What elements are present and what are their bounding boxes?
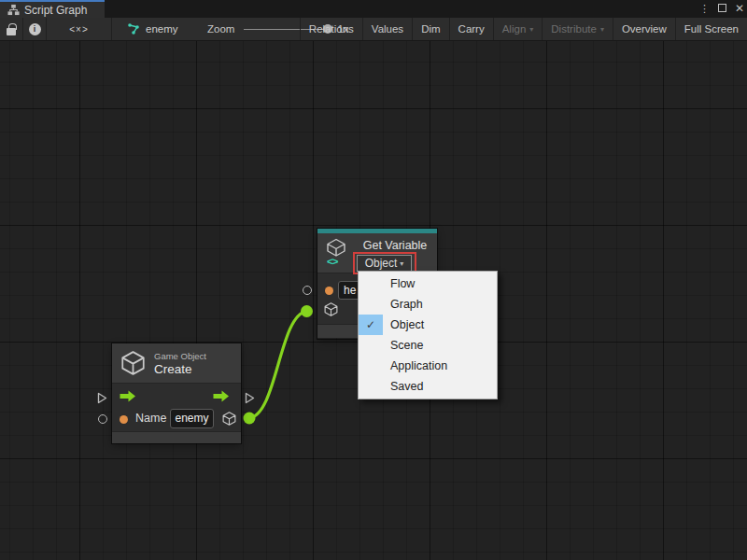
gameobject-cube-icon xyxy=(119,349,148,377)
chevron-down-icon: ▾ xyxy=(529,25,533,34)
graph-breadcrumb[interactable]: enemy xyxy=(127,18,178,40)
chevron-down-icon: ▾ xyxy=(600,25,604,34)
node-title: Get Variable xyxy=(357,239,433,252)
name-port-label: Name xyxy=(135,412,166,425)
maximize-icon[interactable] xyxy=(718,0,726,18)
code-brackets-icon: <> xyxy=(327,256,337,267)
check-icon: ✓ xyxy=(359,315,383,335)
align-button[interactable]: Align ▾ xyxy=(493,18,543,40)
node-header: Game Object Create xyxy=(112,343,241,383)
chevron-down-icon: ▾ xyxy=(400,259,403,268)
menu-item-object[interactable]: ✓ Object xyxy=(359,315,497,335)
script-graph-window: Script Graph ⋮ ✕ i <×> xyxy=(0,0,747,560)
menu-item-flow[interactable]: Flow xyxy=(359,273,497,294)
node-footer xyxy=(112,431,241,443)
flow-output-arrow-icon[interactable] xyxy=(212,390,231,402)
lock-button[interactable] xyxy=(0,18,23,40)
variable-kind-menu: Flow Graph ✓ Object Scene Application Sa… xyxy=(358,271,498,399)
create-flow-output-port[interactable] xyxy=(245,392,255,404)
create-flow-input-port[interactable] xyxy=(97,392,107,404)
window-menu-icon[interactable]: ⋮ xyxy=(699,0,710,18)
window-controls: ⋮ ✕ xyxy=(699,0,744,18)
graph-icon xyxy=(127,22,140,35)
node-header: <> Get Variable Object ▾ xyxy=(317,233,437,273)
distribute-button[interactable]: Distribute ▾ xyxy=(542,18,613,40)
dim-button[interactable]: Dim xyxy=(412,18,448,40)
lock-icon xyxy=(7,28,16,35)
create-gameobject-node[interactable]: Game Object Create Name enemy xyxy=(112,343,241,443)
name-input-field[interactable]: enemy xyxy=(170,409,214,428)
menu-item-saved[interactable]: Saved xyxy=(359,376,497,397)
value-port-orange[interactable] xyxy=(120,415,128,424)
code-icon: <×> xyxy=(69,24,89,35)
graph-toolbar: i <×> enemy Zoom 1x Relations Values xyxy=(0,18,747,41)
menu-item-application[interactable]: Application xyxy=(359,356,497,376)
relations-button[interactable]: Relations xyxy=(300,18,362,40)
overview-button[interactable]: Overview xyxy=(613,18,675,40)
tab-strip: Script Graph ⋮ ✕ xyxy=(0,0,747,18)
zoom-label: Zoom xyxy=(207,23,234,35)
gameobject-output-icon[interactable] xyxy=(221,411,237,427)
tab-script-graph[interactable]: Script Graph xyxy=(0,0,105,18)
create-name-input-port[interactable] xyxy=(98,414,107,424)
graph-hierarchy-icon xyxy=(7,4,20,16)
carry-button[interactable]: Carry xyxy=(449,18,493,40)
node-type-label: Game Object xyxy=(154,351,206,361)
menu-item-graph[interactable]: Graph xyxy=(359,294,497,315)
menu-item-scene[interactable]: Scene xyxy=(359,335,497,356)
node-body: Name enemy xyxy=(112,383,241,431)
values-button[interactable]: Values xyxy=(362,18,412,40)
toolbar-left-group: i <×> xyxy=(0,18,112,40)
gameobject-port-icon[interactable] xyxy=(323,301,339,317)
variable-kind-dropdown[interactable]: Object ▾ xyxy=(357,255,412,272)
graph-name: enemy xyxy=(146,23,178,35)
code-view-button[interactable]: <×> xyxy=(47,18,112,40)
getvar-name-input-port[interactable] xyxy=(303,286,312,295)
toolbar-right-group: Relations Values Dim Carry Align ▾ Distr… xyxy=(300,18,747,40)
value-port-orange[interactable] xyxy=(325,287,333,295)
tab-label: Script Graph xyxy=(24,4,87,17)
info-icon: i xyxy=(29,23,41,35)
flow-input-arrow-icon[interactable] xyxy=(119,390,137,402)
info-button[interactable]: i xyxy=(23,18,47,40)
close-icon[interactable]: ✕ xyxy=(735,0,744,18)
fullscreen-button[interactable]: Full Screen xyxy=(675,18,747,40)
node-title: Create xyxy=(154,362,192,376)
